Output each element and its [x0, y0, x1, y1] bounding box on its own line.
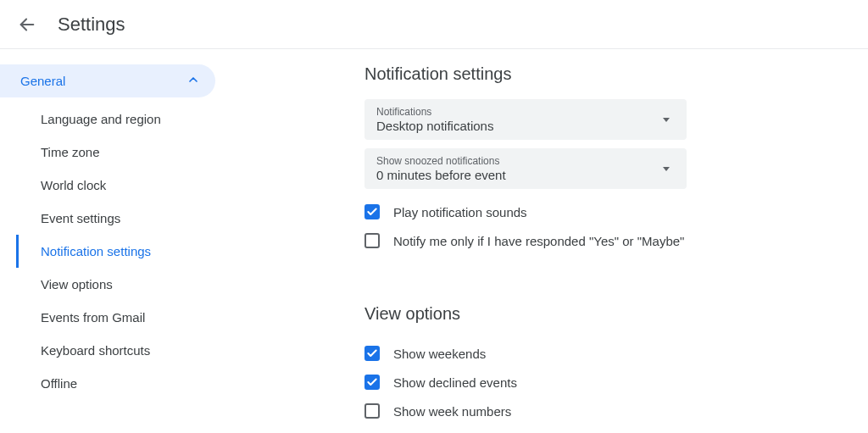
show-declined-checkbox[interactable]: Show declined events — [364, 368, 834, 397]
play-sounds-checkbox[interactable]: Play notification sounds — [364, 197, 834, 226]
sidebar: General Language and region Time zone Wo… — [0, 64, 220, 425]
checkbox-label: Show weekends — [393, 347, 486, 361]
sidebar-item-event-settings[interactable]: Event settings — [16, 202, 220, 235]
sidebar-item-world-clock[interactable]: World clock — [16, 169, 220, 202]
caret-down-icon — [663, 167, 670, 171]
section-title-view-options: View options — [364, 304, 834, 324]
dropdown-label: Show snoozed notifications — [376, 155, 506, 167]
sidebar-item-label: Keyboard shortcuts — [41, 343, 150, 358]
dropdown-label: Notifications — [376, 106, 493, 118]
sidebar-item-label: Event settings — [41, 211, 120, 225]
checkbox-label: Play notification sounds — [393, 205, 527, 219]
notifications-dropdown[interactable]: Notifications Desktop notifications — [364, 99, 687, 140]
section-title-notification: Notification settings — [364, 64, 834, 84]
checkbox-icon — [364, 204, 380, 219]
sidebar-item-label: Offline — [41, 376, 77, 391]
page-title: Settings — [58, 14, 125, 36]
checkbox-label: Show week numbers — [393, 404, 511, 419]
sidebar-list: Language and region Time zone World cloc… — [0, 103, 220, 400]
sidebar-item-language-and-region[interactable]: Language and region — [16, 103, 220, 136]
dropdown-value: 0 minutes before event — [376, 168, 506, 182]
arrow-left-icon — [18, 15, 36, 34]
dropdown-value: Desktop notifications — [376, 119, 493, 133]
sidebar-item-label: Time zone — [41, 145, 99, 159]
main-panel: Notification settings Notifications Desk… — [220, 64, 868, 425]
chevron-up-icon — [186, 73, 200, 89]
checkbox-icon — [364, 346, 380, 361]
checkbox-icon — [364, 375, 380, 390]
sidebar-item-label: Notification settings — [41, 244, 151, 258]
checkbox-label: Show declined events — [393, 375, 517, 390]
sidebar-group-label: General — [20, 74, 65, 88]
content: General Language and region Time zone Wo… — [0, 49, 868, 425]
snoozed-notifications-dropdown[interactable]: Show snoozed notifications 0 minutes bef… — [364, 148, 687, 189]
sidebar-item-time-zone[interactable]: Time zone — [16, 136, 220, 169]
sidebar-item-events-from-gmail[interactable]: Events from Gmail — [16, 301, 220, 334]
sidebar-group-general[interactable]: General — [0, 64, 215, 97]
sidebar-item-keyboard-shortcuts[interactable]: Keyboard shortcuts — [16, 334, 220, 367]
sidebar-item-label: World clock — [41, 178, 106, 192]
sidebar-item-notification-settings[interactable]: Notification settings — [16, 235, 220, 268]
caret-down-icon — [663, 118, 670, 122]
sidebar-item-label: Events from Gmail — [41, 310, 145, 325]
show-week-numbers-checkbox[interactable]: Show week numbers — [364, 397, 834, 425]
checkbox-label: Notify me only if I have responded "Yes"… — [393, 234, 684, 248]
header: Settings — [0, 0, 868, 49]
sidebar-item-label: View options — [41, 277, 113, 291]
show-weekends-checkbox[interactable]: Show weekends — [364, 339, 834, 368]
checkbox-icon — [364, 233, 380, 248]
checkbox-icon — [364, 403, 380, 419]
back-button[interactable] — [17, 14, 37, 35]
sidebar-item-label: Language and region — [41, 112, 161, 126]
sidebar-item-view-options[interactable]: View options — [16, 268, 220, 301]
sidebar-item-offline[interactable]: Offline — [16, 367, 220, 400]
notify-only-responded-checkbox[interactable]: Notify me only if I have responded "Yes"… — [364, 226, 834, 255]
